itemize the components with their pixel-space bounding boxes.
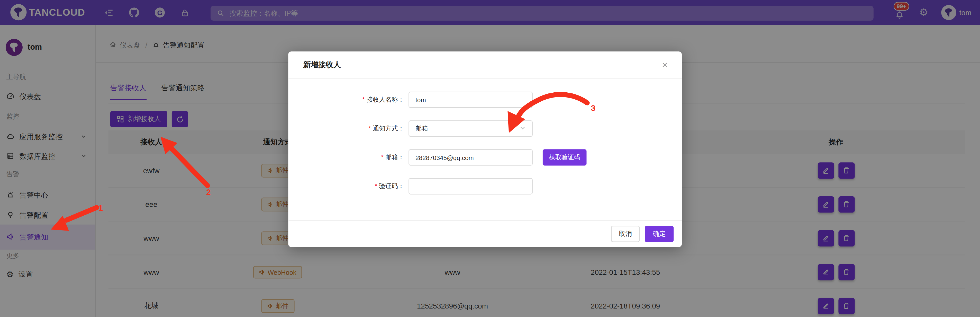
ok-button[interactable]: 确定 bbox=[645, 226, 673, 242]
get-verification-code-button[interactable]: 获取验证码 bbox=[543, 149, 587, 166]
label-colon: ： bbox=[398, 182, 404, 190]
modal-body: *接收人名称： *通知方式： 邮箱 *邮箱： 获取验证码 *验证码： bbox=[288, 79, 682, 220]
email-input[interactable] bbox=[409, 149, 533, 166]
modal-title: 新增接收人 bbox=[303, 60, 341, 70]
label-colon: ： bbox=[398, 154, 404, 161]
form-row-code: *验证码： bbox=[288, 178, 682, 194]
receiver-name-input[interactable] bbox=[409, 92, 533, 108]
verification-code-input[interactable] bbox=[409, 178, 533, 194]
modal-header: 新增接收人 ✕ bbox=[288, 51, 682, 79]
field-label: 接收人名称 bbox=[367, 96, 398, 103]
form-row-email: *邮箱： 获取验证码 bbox=[288, 149, 682, 166]
form-row-name: *接收人名称： bbox=[288, 92, 682, 108]
field-label: 通知方式 bbox=[373, 125, 398, 132]
required-mark: * bbox=[375, 182, 377, 190]
add-receiver-modal: 新增接收人 ✕ *接收人名称： *通知方式： 邮箱 *邮箱： 获取 bbox=[288, 51, 682, 247]
label-colon: ： bbox=[398, 125, 404, 132]
modal-footer: 取消 确定 bbox=[288, 220, 682, 247]
select-value: 邮箱 bbox=[415, 124, 428, 133]
close-icon[interactable]: ✕ bbox=[658, 51, 670, 79]
required-mark: * bbox=[381, 154, 383, 161]
app-root: TANCLOUD G 99+ ⚙ tom tom bbox=[0, 0, 980, 317]
chevron-down-icon bbox=[520, 125, 526, 132]
required-mark: * bbox=[368, 125, 371, 132]
field-label: 验证码 bbox=[379, 182, 398, 190]
form-row-method: *通知方式： 邮箱 bbox=[288, 120, 682, 137]
required-mark: * bbox=[362, 96, 365, 103]
label-colon: ： bbox=[398, 96, 404, 103]
cancel-button[interactable]: 取消 bbox=[611, 226, 640, 242]
notify-method-select[interactable]: 邮箱 bbox=[409, 120, 533, 137]
field-label: 邮箱 bbox=[385, 154, 398, 161]
